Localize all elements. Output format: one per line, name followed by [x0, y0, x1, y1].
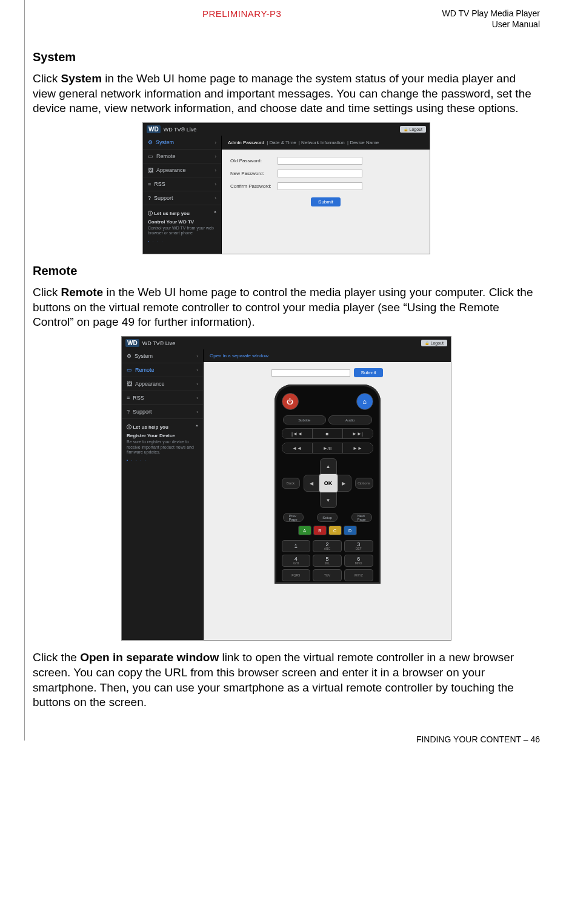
- main-panel: Open in a separate window Submit ⏻ ⌂ Sub…: [204, 349, 451, 640]
- tab-device-name[interactable]: Device Name: [350, 140, 379, 145]
- home-button[interactable]: ⌂: [356, 393, 373, 410]
- num-4[interactable]: 4GHI: [282, 555, 311, 567]
- setup-button[interactable]: Setup: [317, 513, 338, 522]
- power-button[interactable]: ⏻: [282, 393, 299, 410]
- tab-date-time[interactable]: Date & Time: [270, 140, 296, 145]
- url-input[interactable]: [271, 369, 350, 377]
- header-right: WD TV Play Media Player User Manual: [442, 8, 540, 30]
- brand-logo: WD WD TV® Live: [125, 339, 175, 347]
- color-a-button[interactable]: A: [298, 526, 311, 535]
- sidebar-item-remote[interactable]: ▭Remote›: [143, 150, 221, 163]
- old-password-label: Old Password:: [230, 158, 278, 163]
- chevron-right-icon: ›: [196, 381, 198, 387]
- sidebar: ⚙System› ▭Remote› 🖼Appearance› ≡RSS› ?Su…: [143, 136, 222, 254]
- logout-button[interactable]: Logout: [400, 126, 426, 133]
- prev-page-button[interactable]: Prev Page: [283, 513, 304, 522]
- skip-row: |◄◄ ■ ►►|: [282, 428, 373, 439]
- sidebar-item-rss[interactable]: ≡RSS›: [122, 391, 203, 405]
- margin-rule: [24, 0, 25, 741]
- prev-track-button[interactable]: |◄◄: [282, 429, 313, 438]
- section-remote-title: Remote: [33, 264, 540, 278]
- audio-button[interactable]: Audio: [328, 415, 372, 424]
- rewind-button[interactable]: ◄◄: [282, 443, 313, 453]
- virtual-remote: ⏻ ⌂ Subtitle Audio |◄◄ ■ ►►| ◄◄ ►/II: [275, 384, 381, 584]
- dpad-down[interactable]: ▼: [320, 492, 337, 508]
- color-c-button[interactable]: C: [328, 526, 342, 535]
- brand-tag: WD: [125, 339, 139, 347]
- gear-icon: ⚙: [148, 139, 153, 145]
- remote-icon: ▭: [127, 367, 132, 373]
- chevron-right-icon: ›: [215, 182, 216, 187]
- dpad-ok[interactable]: OK: [319, 474, 338, 493]
- help-icon: ?: [148, 195, 151, 201]
- open-separate-link[interactable]: Open in a separate window: [204, 349, 451, 362]
- sidebar-item-remote[interactable]: ▭Remote›: [122, 363, 203, 377]
- chevron-right-icon: ›: [196, 354, 198, 359]
- transport-row: ◄◄ ►/II ►►: [282, 443, 373, 454]
- logout-button[interactable]: Logout: [421, 340, 447, 346]
- pager-dots: • · · · ·: [127, 458, 198, 462]
- num-6[interactable]: 6MNO: [344, 555, 373, 567]
- sidebar-item-appearance[interactable]: 🖼Appearance›: [122, 377, 203, 391]
- remote-icon: ▭: [148, 153, 153, 159]
- sidebar-item-system[interactable]: ⚙System›: [122, 349, 203, 363]
- num-3[interactable]: 3DEF: [344, 540, 373, 552]
- subtitle-button[interactable]: Subtitle: [283, 415, 327, 424]
- brand-text: WD TV® Live: [142, 340, 175, 346]
- num-5[interactable]: 5JKL: [313, 555, 342, 567]
- tab-admin-password[interactable]: Admin Password: [228, 140, 264, 145]
- num-8[interactable]: TUV: [313, 569, 342, 581]
- screenshot-remote: WD WD TV® Live Logout ⚙System› ▭Remote› …: [121, 336, 451, 641]
- chevron-right-icon: ›: [196, 395, 198, 401]
- stop-button[interactable]: ■: [313, 429, 343, 438]
- color-b-button[interactable]: B: [313, 526, 327, 535]
- tab-bar: Admin Password | Date & Time | Network I…: [222, 136, 430, 150]
- picture-icon: 🖼: [148, 167, 153, 173]
- chevron-right-icon: ›: [215, 154, 216, 159]
- preliminary-stamp: PRELIMINARY-P3: [202, 8, 281, 19]
- chevron-right-icon: ›: [215, 168, 216, 173]
- chevron-up-icon: ˄: [214, 211, 216, 216]
- sidebar-item-rss[interactable]: ≡RSS›: [143, 177, 221, 191]
- num-1[interactable]: 1: [282, 540, 311, 552]
- doc-type: User Manual: [442, 19, 540, 30]
- chevron-right-icon: ›: [196, 368, 198, 373]
- pager-dots: • · · ·: [148, 240, 216, 243]
- sidebar-item-appearance[interactable]: 🖼Appearance›: [143, 163, 221, 177]
- tab-network-info[interactable]: Network Information: [301, 140, 345, 145]
- rss-icon: ≡: [148, 181, 151, 187]
- chevron-right-icon: ›: [196, 409, 198, 415]
- chevron-right-icon: ›: [215, 196, 216, 201]
- num-7[interactable]: PQRS: [282, 569, 311, 581]
- new-password-input[interactable]: [278, 170, 362, 177]
- brand-logo: WD WD TV® Live: [147, 125, 196, 133]
- sidebar-help-box: ⓘ Let us help you˄ Register Your Device …: [122, 419, 203, 467]
- submit-button[interactable]: Submit: [311, 197, 341, 206]
- next-track-button[interactable]: ►►|: [343, 429, 373, 438]
- main-panel: Admin Password | Date & Time | Network I…: [222, 136, 430, 254]
- sidebar-item-support[interactable]: ?Support›: [122, 405, 203, 419]
- section-remote-body: Click Remote in the Web UI home page to …: [33, 285, 540, 330]
- next-page-button[interactable]: Next Page: [351, 513, 372, 522]
- sidebar-item-support[interactable]: ?Support›: [143, 191, 221, 205]
- dpad-left[interactable]: ◀: [304, 475, 319, 492]
- sidebar: ⚙System› ▭Remote› 🖼Appearance› ≡RSS› ?Su…: [122, 349, 204, 640]
- confirm-password-input[interactable]: [278, 182, 362, 190]
- screenshot-system: WD WD TV® Live Logout ⚙System› ▭Remote› …: [142, 122, 430, 254]
- sidebar-item-system[interactable]: ⚙System›: [143, 136, 221, 150]
- new-password-label: New Password:: [230, 171, 278, 176]
- open-separate-paragraph: Click the Open in separate window link t…: [33, 650, 540, 710]
- color-d-button[interactable]: D: [344, 526, 357, 535]
- brand-text: WD TV® Live: [164, 127, 196, 133]
- submit-button[interactable]: Submit: [354, 368, 384, 377]
- options-button[interactable]: Options: [355, 478, 373, 489]
- play-pause-button[interactable]: ►/II: [313, 443, 343, 453]
- old-password-input[interactable]: [278, 157, 362, 165]
- confirm-password-label: Confirm Password:: [230, 183, 278, 189]
- section-system-body: Click System in the Web UI home page to …: [33, 71, 540, 116]
- dpad-up[interactable]: ▲: [320, 458, 337, 474]
- num-9[interactable]: WXYZ: [344, 569, 373, 581]
- num-2[interactable]: 2ABC: [313, 540, 342, 552]
- fast-forward-button[interactable]: ►►: [343, 443, 373, 453]
- back-button[interactable]: Back: [282, 478, 300, 489]
